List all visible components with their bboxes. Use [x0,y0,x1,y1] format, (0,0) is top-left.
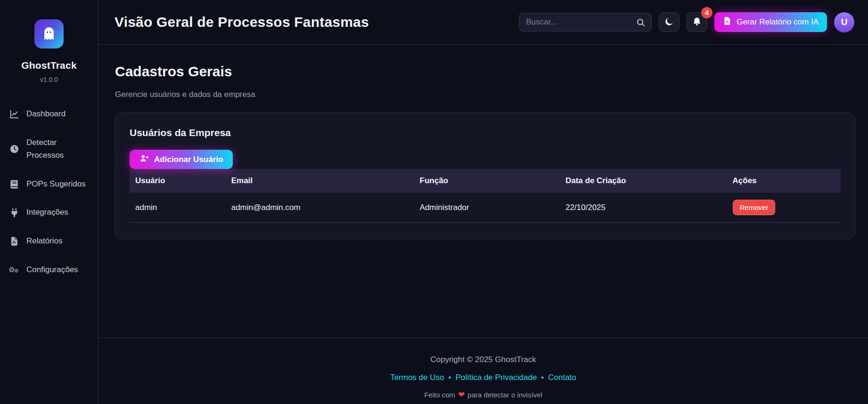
ghost-icon [41,25,57,42]
footer-link-termos[interactable]: Termos de Uso [390,373,444,382]
footer: Copyright © 2025 GhostTrack Termos de Us… [98,338,868,404]
sidebar: GhostTrack v1.0.0 Dashboard Detectar Pro… [0,0,98,404]
copyright-text: Copyright © 2025 GhostTrack [430,355,536,364]
table-row: admin admin@admin.com Administrador 22/1… [130,193,841,223]
sidebar-item-label: Dashboard [26,108,66,121]
generate-report-button[interactable]: Gerar Relatório com IA [714,12,827,32]
footer-separator: • [541,373,544,382]
search-box [519,13,652,32]
gears-icon: ⚙⚙ [9,267,19,274]
card-title: Usuários da Empresa [130,127,841,138]
sidebar-item-configuracoes[interactable]: ⚙⚙ Configurações [9,264,91,276]
app-name: GhostTrack [21,60,77,71]
user-avatar[interactable]: U [834,12,854,32]
notification-badge: 4 [701,7,712,18]
book-icon [9,179,19,189]
sidebar-item-integracoes[interactable]: Integrações [9,206,91,219]
app-version: v1.0.0 [40,76,58,83]
tagline-suffix: para detectar o invisível [467,391,542,399]
column-header-acoes: Ações [727,169,841,193]
sidebar-item-pops-sugeridos[interactable]: POPs Sugeridos [9,178,91,191]
page-subtitle: Gerencie usuários e dados da empresa [115,90,855,99]
footer-separator: • [448,373,451,382]
report-file-icon [723,16,732,28]
remove-user-button[interactable]: Remover [733,200,776,215]
page-title: Cadastros Gerais [115,64,855,80]
search-icon[interactable] [636,17,646,30]
cell-data-criacao: 22/10/2025 [560,193,727,223]
footer-link-privacidade[interactable]: Política de Privacidade [455,373,537,382]
cell-funcao: Administrador [414,193,560,223]
table-header-row: Usuário Email Função Data de Criação Açõ… [130,169,841,193]
header-title: Visão Geral de Processos Fantasmas [115,14,369,30]
heart-icon: ❤ [458,390,465,399]
sidebar-item-relatorios[interactable]: Relatórios [9,235,91,248]
page-content: Cadastros Gerais Gerencie usuários e dad… [98,45,868,338]
notifications-button[interactable]: 4 [687,12,707,32]
sidebar-nav: Dashboard Detectar Processos POPs Sugeri… [0,108,98,276]
ghost-logo-icon [34,19,64,48]
add-user-button[interactable]: Adicionar Usuário [130,150,233,169]
footer-link-contato[interactable]: Contato [548,373,576,382]
sidebar-item-label: Detectar Processos [26,137,91,162]
tagline-prefix: Feito com [424,391,455,399]
cell-email: admin@admin.com [226,193,414,223]
company-users-card: Usuários da Empresa Adicionar Usuário Us… [115,113,855,239]
sidebar-item-label: Configurações [26,264,78,276]
footer-tagline: Feito com ❤ para detectar o invisível [424,390,542,399]
generate-report-label: Gerar Relatório com IA [737,17,819,27]
dark-mode-toggle[interactable] [659,12,680,32]
sidebar-item-dashboard[interactable]: Dashboard [9,108,91,121]
column-header-funcao: Função [414,169,560,193]
moon-icon [664,16,674,28]
file-pdf-icon [9,236,19,246]
sidebar-item-label: Relatórios [26,235,63,248]
header-controls: 4 Gerar Relatório com IA U [519,12,854,32]
plug-icon [9,208,19,218]
cell-usuario: admin [130,193,226,223]
chart-line-icon [9,109,19,119]
bell-icon [692,16,702,28]
clock-icon [9,144,19,154]
column-header-data-criacao: Data de Criação [560,169,727,193]
sidebar-item-detectar-processos[interactable]: Detectar Processos [9,137,91,162]
sidebar-item-label: Integrações [26,206,68,219]
footer-links: Termos de Uso • Política de Privacidade … [390,373,576,382]
column-header-email: Email [226,169,414,193]
top-header: Visão Geral de Processos Fantasmas [98,0,868,45]
users-table: Usuário Email Função Data de Criação Açõ… [130,169,841,223]
main-area: Visão Geral de Processos Fantasmas [98,0,868,404]
add-user-label: Adicionar Usuário [154,155,223,164]
column-header-usuario: Usuário [130,169,226,193]
cell-acoes: Remover [727,193,841,223]
sidebar-item-label: POPs Sugeridos [26,178,86,191]
user-plus-icon [139,154,149,166]
search-input[interactable] [519,17,651,27]
